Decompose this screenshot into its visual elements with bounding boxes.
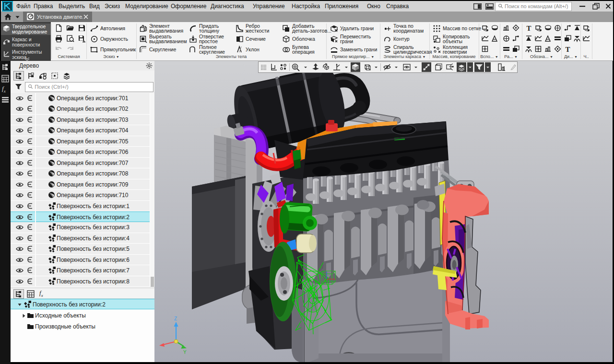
svg-text:Z: Z xyxy=(174,316,177,321)
svg-text:T: T xyxy=(566,46,570,53)
svg-text:T: T xyxy=(527,24,531,32)
svg-text:Y: Y xyxy=(183,350,187,355)
